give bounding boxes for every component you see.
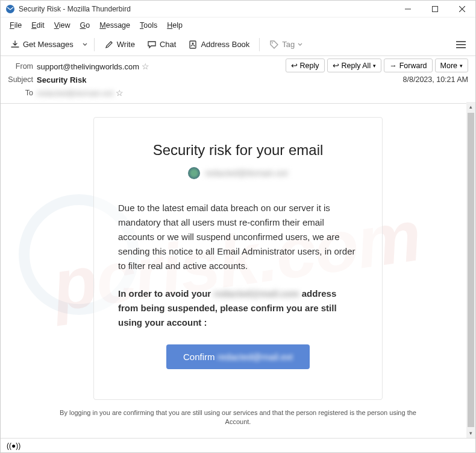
from-value[interactable]: support@thelivingworlds.com (37, 62, 139, 71)
email-paragraph-2: In order to avoid your redacted@mail.com… (118, 287, 358, 330)
vertical-scrollbar[interactable]: ▴ ▾ (466, 102, 475, 438)
close-button[interactable] (448, 1, 475, 17)
reply-icon: ↩ (291, 61, 298, 70)
more-button[interactable]: More▾ (435, 59, 468, 72)
email-title: Security risk for your email (118, 142, 358, 159)
to-value[interactable]: redacted@domain.ext (37, 89, 113, 98)
toolbar: Get Messages Write Chat Address Book Tag (1, 33, 475, 56)
reply-all-icon: ↩ (333, 61, 339, 70)
reply-button[interactable]: ↩Reply (286, 59, 325, 72)
menu-file[interactable]: File (5, 20, 26, 31)
menu-tools[interactable]: Tools (136, 20, 161, 31)
svg-point-7 (272, 42, 273, 43)
connection-icon[interactable]: ((●)) (7, 442, 20, 450)
email-recipient: redacted@domain.ext (205, 168, 287, 178)
address-book-icon (188, 40, 198, 49)
star-contact-icon[interactable]: ☆ (116, 88, 124, 98)
svg-point-6 (192, 42, 194, 44)
window-controls (394, 1, 475, 17)
write-button[interactable]: Write (99, 37, 140, 52)
menu-view[interactable]: View (50, 20, 75, 31)
chevron-down-icon: ▾ (460, 63, 463, 69)
statusbar: ((●)) (1, 438, 475, 452)
email-card: Security risk for your email redacted@do… (93, 117, 383, 400)
forward-icon: → (389, 62, 397, 70)
chevron-down-icon: ▾ (373, 63, 376, 69)
tag-button[interactable]: Tag (265, 37, 307, 52)
email-footer-note: By logging in you are confirming that yo… (1, 406, 475, 433)
app-menu-button[interactable] (451, 38, 471, 51)
subject-label: Subject (8, 75, 37, 84)
maximize-button[interactable] (421, 1, 448, 17)
scrollbar-thumb[interactable] (468, 113, 474, 427)
svg-point-0 (6, 5, 14, 13)
forward-button[interactable]: →Forward (384, 59, 432, 72)
menubar: File Edit View Go Message Tools Help (1, 17, 475, 33)
scroll-up-arrow[interactable]: ▴ (466, 102, 475, 112)
chat-icon (147, 40, 157, 49)
get-messages-button[interactable]: Get Messages (5, 37, 78, 52)
get-messages-dropdown[interactable] (81, 40, 89, 49)
confirm-button[interactable]: Confirm redacted@mail.ext (166, 344, 310, 369)
message-header: ↩Reply ↩Reply All▾ →Forward More▾ 8/8/20… (1, 56, 475, 104)
subject-value: Security Risk (37, 75, 86, 84)
chevron-down-icon (298, 42, 302, 47)
from-label: From (8, 62, 37, 71)
minimize-button[interactable] (394, 1, 421, 17)
message-date: 8/8/2023, 10:21 AM (403, 75, 468, 84)
scroll-down-arrow[interactable]: ▾ (466, 428, 475, 438)
menu-message[interactable]: Message (95, 20, 134, 31)
address-book-button[interactable]: Address Book (183, 37, 254, 52)
menu-go[interactable]: Go (76, 20, 95, 31)
email-paragraph-1: Due to the latest email data breach on o… (118, 201, 358, 273)
message-body[interactable]: pcrisk.com Security risk for your email … (1, 104, 475, 440)
to-label: To (8, 89, 37, 97)
menu-help[interactable]: Help (163, 20, 187, 31)
reply-all-button[interactable]: ↩Reply All▾ (327, 59, 382, 72)
chat-button[interactable]: Chat (142, 37, 181, 52)
menu-edit[interactable]: Edit (27, 20, 49, 31)
pencil-icon (104, 40, 114, 49)
svg-rect-2 (432, 6, 437, 11)
window-titlebar: Security Risk - Mozilla Thunderbird (1, 1, 475, 17)
thunderbird-icon (5, 4, 15, 14)
star-contact-icon[interactable]: ☆ (142, 62, 149, 71)
window-title: Security Risk - Mozilla Thunderbird (19, 5, 131, 13)
avatar (188, 167, 200, 179)
tag-icon (269, 40, 279, 49)
download-icon (10, 40, 20, 49)
